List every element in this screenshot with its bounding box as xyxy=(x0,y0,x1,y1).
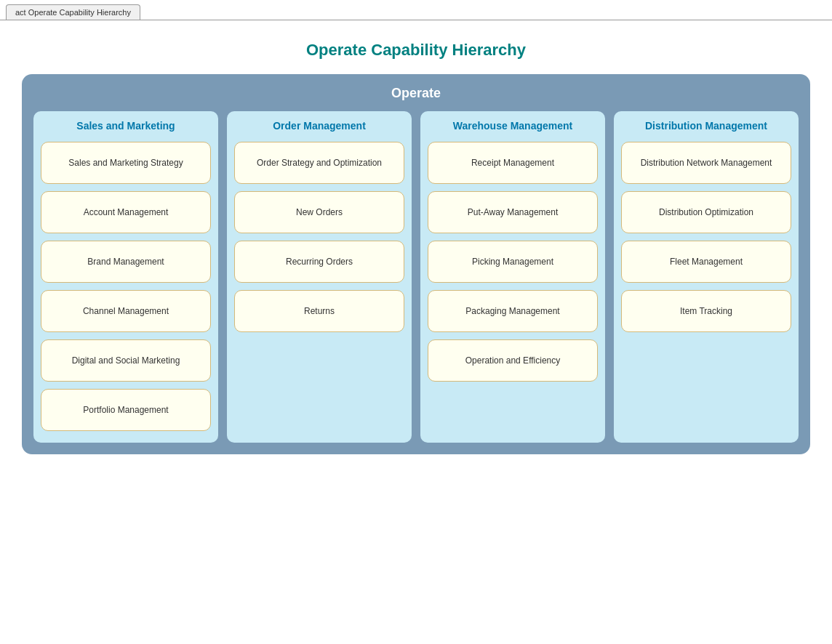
capability-card[interactable]: Brand Management xyxy=(41,241,211,283)
active-tab[interactable]: act Operate Capability Hierarchy xyxy=(6,4,140,20)
page-title: Operate Capability Hierarchy xyxy=(0,41,832,60)
capability-card[interactable]: Put-Away Management xyxy=(428,191,598,233)
capability-card[interactable]: Sales and Marketing Strategy xyxy=(41,142,211,184)
column-sales-marketing: Sales and MarketingSales and Marketing S… xyxy=(33,111,218,443)
capability-card[interactable]: Packaging Management xyxy=(428,290,598,332)
capability-card[interactable]: Recurring Orders xyxy=(234,241,404,283)
capability-card[interactable]: Account Management xyxy=(41,191,211,233)
column-header-sales-marketing: Sales and Marketing xyxy=(41,120,211,132)
capability-card[interactable]: Fleet Management xyxy=(621,241,791,283)
column-header-distribution-management: Distribution Management xyxy=(621,120,791,132)
capability-card[interactable]: Operation and Efficiency xyxy=(428,339,598,382)
tab-bar: act Operate Capability Hierarchy xyxy=(0,0,832,20)
operate-header: Operate xyxy=(33,86,799,101)
capability-card[interactable]: Picking Management xyxy=(428,241,598,283)
capability-card[interactable]: Receipt Management xyxy=(428,142,598,184)
capability-card[interactable]: Item Tracking xyxy=(621,290,791,332)
capability-card[interactable]: Digital and Social Marketing xyxy=(41,339,211,382)
capability-card[interactable]: Distribution Network Management xyxy=(621,142,791,184)
column-distribution-management: Distribution ManagementDistribution Netw… xyxy=(614,111,799,443)
capability-card[interactable]: Returns xyxy=(234,290,404,332)
columns-wrapper: Sales and MarketingSales and Marketing S… xyxy=(33,111,799,443)
column-warehouse-management: Warehouse ManagementReceipt ManagementPu… xyxy=(420,111,605,443)
column-header-order-management: Order Management xyxy=(234,120,404,132)
capability-card[interactable]: Order Strategy and Optimization xyxy=(234,142,404,184)
capability-card[interactable]: Distribution Optimization xyxy=(621,191,791,233)
capability-card[interactable]: New Orders xyxy=(234,191,404,233)
column-header-warehouse-management: Warehouse Management xyxy=(428,120,598,132)
outer-container: Operate Sales and MarketingSales and Mar… xyxy=(22,74,810,454)
capability-card[interactable]: Channel Management xyxy=(41,290,211,332)
capability-card[interactable]: Portfolio Management xyxy=(41,389,211,431)
column-order-management: Order ManagementOrder Strategy and Optim… xyxy=(227,111,412,443)
